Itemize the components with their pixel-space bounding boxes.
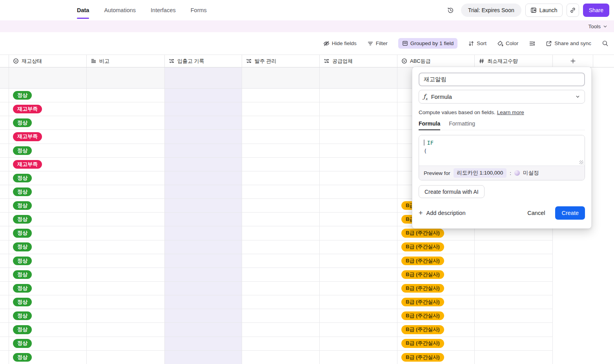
cell-입출고기록[interactable] [165, 130, 242, 143]
cell-비고[interactable] [87, 130, 165, 143]
row-gutter[interactable] [0, 130, 9, 143]
cell-입출고기록[interactable] [165, 295, 242, 309]
row-gutter[interactable] [0, 309, 9, 322]
cell-ABC등급[interactable]: B급 (주간실사) [397, 309, 475, 322]
cell-최소재고수량[interactable] [475, 323, 553, 336]
cell-공급업체[interactable] [320, 102, 397, 116]
create-button[interactable]: Create [555, 206, 585, 220]
cell-재고상태[interactable]: 정상 [9, 171, 87, 185]
cell-입출고기록[interactable] [165, 102, 242, 116]
cell-공급업체[interactable] [320, 254, 397, 268]
cell-재고상태[interactable]: 정상 [9, 282, 87, 295]
cell-비고[interactable] [87, 102, 165, 116]
row-height-button[interactable] [529, 40, 535, 47]
cell-입출고기록[interactable] [165, 254, 242, 268]
row-gutter[interactable] [0, 185, 9, 198]
row-gutter[interactable] [0, 226, 9, 240]
cell-비고[interactable] [87, 185, 165, 198]
row-gutter[interactable] [0, 282, 9, 295]
cell-최소재고수량[interactable] [475, 240, 553, 254]
row-gutter[interactable] [0, 199, 9, 212]
tab-formula[interactable]: Formula [419, 120, 440, 130]
cell-공급업체[interactable] [320, 116, 397, 129]
cell-비고[interactable] [87, 171, 165, 185]
cell-공급업체[interactable] [320, 130, 397, 143]
cell-발주관리[interactable] [242, 309, 320, 322]
sort-button[interactable]: Sort [468, 40, 486, 47]
cell-재고상태[interactable]: 정상 [9, 116, 87, 129]
cell-입출고기록[interactable] [165, 213, 242, 226]
column-header-4[interactable]: 공급업체 [320, 55, 397, 67]
cell-발주관리[interactable] [242, 199, 320, 212]
row-gutter[interactable] [0, 351, 9, 364]
cell-재고상태[interactable]: 재고부족 [9, 130, 87, 143]
cell-공급업체[interactable] [320, 185, 397, 198]
share-and-sync-button[interactable]: Share and sync [546, 40, 591, 47]
cell-최소재고수량[interactable] [475, 337, 553, 350]
cell-비고[interactable] [87, 323, 165, 336]
cell-공급업체[interactable] [320, 268, 397, 281]
copy-link-button[interactable] [567, 4, 579, 17]
cell-비고[interactable] [87, 158, 165, 171]
cell-재고상태[interactable]: 정상 [9, 337, 87, 350]
cell-공급업체[interactable] [320, 282, 397, 295]
cell-공급업체[interactable] [320, 213, 397, 226]
cell-ABC등급[interactable]: B급 (주간실사) [397, 240, 475, 254]
tab-formatting[interactable]: Formatting [449, 120, 475, 130]
cell-입출고기록[interactable] [165, 116, 242, 129]
cell-입출고기록[interactable] [165, 240, 242, 254]
cell-ABC등급[interactable]: B급 (주간실사) [397, 282, 475, 295]
cell-재고상태[interactable]: 정상 [9, 268, 87, 281]
cell-입출고기록[interactable] [165, 226, 242, 240]
cell-공급업체[interactable] [320, 323, 397, 336]
row-gutter[interactable] [0, 158, 9, 171]
cell-재고상태[interactable]: 정상 [9, 240, 87, 254]
cell-입출고기록[interactable] [165, 144, 242, 157]
learn-more-link[interactable]: Learn more [497, 109, 524, 115]
cell-비고[interactable] [87, 282, 165, 295]
launch-button[interactable]: Launch [525, 4, 563, 17]
cell-입출고기록[interactable] [165, 337, 242, 350]
tab-automations[interactable]: Automations [104, 0, 136, 20]
cell-입출고기록[interactable] [165, 323, 242, 336]
column-header-1[interactable]: 비고 [87, 55, 165, 67]
cell-최소재고수량[interactable] [475, 282, 553, 295]
cell-비고[interactable] [87, 116, 165, 129]
row-gutter[interactable] [0, 89, 9, 102]
cell-비고[interactable] [87, 199, 165, 212]
column-header-6[interactable]: 최소재고수량 [475, 55, 553, 67]
trial-badge[interactable]: Trial: Expires Soon [461, 4, 521, 17]
hide-fields-button[interactable]: Hide fields [323, 40, 357, 47]
cell-발주관리[interactable] [242, 226, 320, 240]
tab-data[interactable]: Data [77, 0, 89, 20]
history-icon[interactable] [445, 4, 457, 16]
share-button[interactable]: Share [583, 4, 609, 17]
cell-비고[interactable] [87, 89, 165, 102]
tab-forms[interactable]: Forms [191, 0, 207, 20]
cell-발주관리[interactable] [242, 89, 320, 102]
row-gutter[interactable] [0, 116, 9, 129]
cell-입출고기록[interactable] [165, 282, 242, 295]
cell-입출고기록[interactable] [165, 351, 242, 364]
cell-재고상태[interactable]: 정상 [9, 144, 87, 157]
cell-발주관리[interactable] [242, 351, 320, 364]
field-type-select[interactable]: ƒx Formula [419, 90, 585, 104]
cell-재고상태[interactable]: 정상 [9, 351, 87, 364]
cell-발주관리[interactable] [242, 282, 320, 295]
row-gutter[interactable] [0, 254, 9, 268]
row-gutter[interactable] [0, 144, 9, 157]
cell-입출고기록[interactable] [165, 171, 242, 185]
cell-비고[interactable] [87, 254, 165, 268]
field-name-input[interactable] [419, 73, 585, 86]
cell-발주관리[interactable] [242, 116, 320, 129]
row-gutter[interactable] [0, 213, 9, 226]
cell-입출고기록[interactable] [165, 199, 242, 212]
cell-비고[interactable] [87, 144, 165, 157]
cell-공급업체[interactable] [320, 351, 397, 364]
cell-발주관리[interactable] [242, 144, 320, 157]
add-field-button[interactable] [553, 55, 593, 67]
cell-재고상태[interactable]: 정상 [9, 295, 87, 309]
cell-최소재고수량[interactable] [475, 254, 553, 268]
cell-재고상태[interactable]: 정상 [9, 226, 87, 240]
cell-발주관리[interactable] [242, 295, 320, 309]
